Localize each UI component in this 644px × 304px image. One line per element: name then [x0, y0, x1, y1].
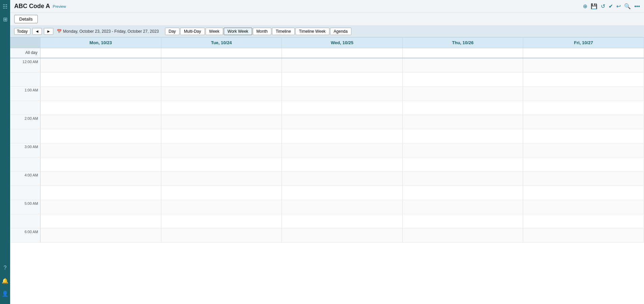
cell-thu-430am[interactable] [403, 186, 524, 200]
sidebar-icon-help[interactable]: ? [1, 264, 9, 272]
cell-wed-100am[interactable] [282, 87, 403, 101]
cell-wed-530am[interactable] [282, 214, 403, 228]
cell-tue-130am[interactable] [161, 101, 282, 115]
cell-mon-130am[interactable] [41, 101, 161, 115]
cell-fri-100am[interactable] [523, 87, 644, 101]
allday-row: All day [10, 48, 644, 58]
search-icon[interactable]: 🔍 [624, 3, 631, 9]
cell-fri-400am[interactable] [523, 172, 644, 186]
cell-mon-500am[interactable] [41, 200, 161, 214]
cell-wed-1230am[interactable] [282, 73, 403, 86]
allday-thu[interactable] [403, 48, 524, 58]
view-tab-timeline[interactable]: Timeline [272, 28, 295, 35]
cell-fri-1230am[interactable] [523, 73, 644, 86]
allday-wed[interactable] [282, 48, 403, 58]
cell-fri-430am[interactable] [523, 186, 644, 200]
cell-wed-130am[interactable] [282, 101, 403, 115]
view-tab-month[interactable]: Month [253, 28, 271, 35]
cell-fri-600am[interactable] [523, 228, 644, 242]
cell-wed-300am[interactable] [282, 143, 403, 157]
cell-mon-200am[interactable] [41, 115, 161, 129]
cell-fri-300am[interactable] [523, 143, 644, 157]
cell-wed-1200am[interactable] [282, 58, 403, 72]
cell-tue-330am[interactable] [161, 158, 282, 171]
cell-thu-530am[interactable] [403, 214, 524, 228]
sidebar-icon-menu[interactable]: ☷ [1, 3, 9, 10]
today-button[interactable]: Today [14, 28, 30, 35]
cell-tue-230am[interactable] [161, 129, 282, 143]
sidebar-icon-grid[interactable]: ⊞ [1, 16, 9, 23]
cell-fri-1200am[interactable] [523, 58, 644, 72]
cell-tue-400am[interactable] [161, 172, 282, 186]
cell-tue-200am[interactable] [161, 115, 282, 129]
cell-mon-1230am[interactable] [41, 73, 161, 86]
cell-mon-230am[interactable] [41, 129, 161, 143]
view-tab-agenda[interactable]: Agenda [330, 28, 351, 35]
view-tab-week[interactable]: Week [206, 28, 223, 35]
cell-mon-430am[interactable] [41, 186, 161, 200]
cell-thu-200am[interactable] [403, 115, 524, 129]
undo-icon[interactable]: ↩ [616, 3, 621, 9]
add-icon[interactable]: ⊕ [583, 3, 587, 9]
cell-thu-130am[interactable] [403, 101, 524, 115]
cell-mon-400am[interactable] [41, 172, 161, 186]
cell-fri-130am[interactable] [523, 101, 644, 115]
refresh-icon[interactable]: ↺ [601, 3, 605, 9]
calendar-grid: Mon, 10/23 Tue, 10/24 Wed, 10/25 Thu, 10… [10, 37, 644, 304]
allday-fri[interactable] [523, 48, 644, 58]
time-row-330am [10, 158, 644, 172]
date-range-text: Monday, October 23, 2023 - Friday, Octob… [63, 29, 159, 34]
cell-fri-530am[interactable] [523, 214, 644, 228]
cell-thu-330am[interactable] [403, 158, 524, 171]
cell-thu-230am[interactable] [403, 129, 524, 143]
details-button[interactable]: Details [14, 15, 38, 23]
cell-thu-600am[interactable] [403, 228, 524, 242]
save-icon[interactable]: 💾 [591, 3, 597, 9]
cell-tue-430am[interactable] [161, 186, 282, 200]
cell-tue-600am[interactable] [161, 228, 282, 242]
cell-tue-500am[interactable] [161, 200, 282, 214]
cell-wed-430am[interactable] [282, 186, 403, 200]
cell-tue-100am[interactable] [161, 87, 282, 101]
sidebar-icon-bell[interactable]: 🔔 [1, 277, 9, 284]
cell-tue-1200am[interactable] [161, 58, 282, 72]
cell-wed-600am[interactable] [282, 228, 403, 242]
cell-tue-300am[interactable] [161, 143, 282, 157]
check-icon[interactable]: ✔ [609, 3, 613, 9]
cell-mon-330am[interactable] [41, 158, 161, 171]
view-tab-multiday[interactable]: Multi-Day [180, 28, 205, 35]
cell-wed-200am[interactable] [282, 115, 403, 129]
cell-thu-400am[interactable] [403, 172, 524, 186]
cell-fri-330am[interactable] [523, 158, 644, 171]
sidebar-icon-user[interactable]: 👤 [1, 290, 9, 297]
next-button[interactable]: ► [44, 28, 53, 35]
cell-wed-400am[interactable] [282, 172, 403, 186]
cell-wed-330am[interactable] [282, 158, 403, 171]
cell-thu-500am[interactable] [403, 200, 524, 214]
view-tab-timeline-week[interactable]: Timeline Week [295, 28, 329, 35]
cell-tue-1230am[interactable] [161, 73, 282, 86]
cell-fri-500am[interactable] [523, 200, 644, 214]
cell-tue-530am[interactable] [161, 214, 282, 228]
allday-tue[interactable] [161, 48, 282, 58]
cell-mon-100am[interactable] [41, 87, 161, 101]
allday-mon[interactable] [41, 48, 161, 58]
cell-wed-500am[interactable] [282, 200, 403, 214]
cell-thu-100am[interactable] [403, 87, 524, 101]
cell-mon-600am[interactable] [41, 228, 161, 242]
cell-thu-1230am[interactable] [403, 73, 524, 86]
more-icon[interactable]: ••• [634, 3, 640, 9]
time-label-530am [10, 214, 41, 228]
header-time [10, 37, 41, 48]
cell-mon-530am[interactable] [41, 214, 161, 228]
cell-wed-230am[interactable] [282, 129, 403, 143]
view-tab-workweek[interactable]: Work Week [224, 28, 252, 35]
prev-button[interactable]: ◄ [32, 28, 42, 35]
cell-thu-300am[interactable] [403, 143, 524, 157]
cell-mon-1200am[interactable] [41, 58, 161, 72]
cell-thu-1200am[interactable] [403, 58, 524, 72]
cell-fri-230am[interactable] [523, 129, 644, 143]
cell-mon-300am[interactable] [41, 143, 161, 157]
cell-fri-200am[interactable] [523, 115, 644, 129]
view-tab-day[interactable]: Day [165, 28, 180, 35]
